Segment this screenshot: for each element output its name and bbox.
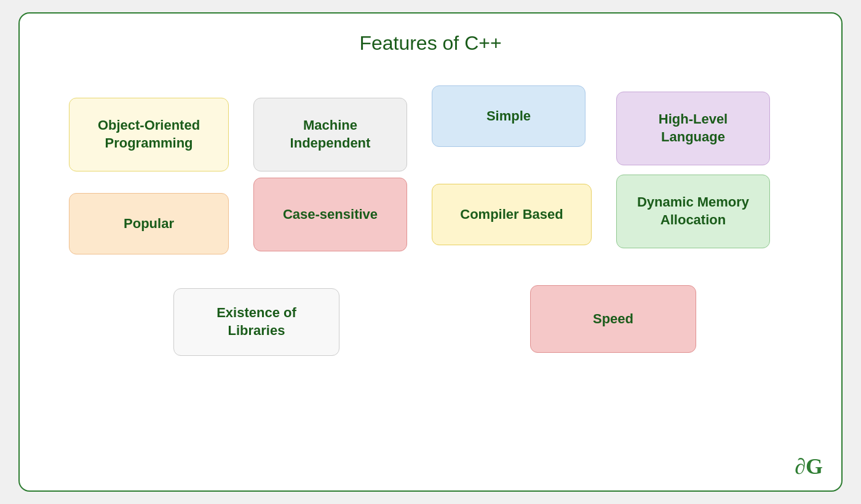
feature-simple: Simple <box>432 85 585 147</box>
feature-popular: Popular <box>69 193 229 254</box>
page-title: Features of C++ <box>50 32 811 55</box>
logo: ∂G <box>795 454 823 479</box>
features-grid: Object-Oriented ProgrammingMachine Indep… <box>50 79 811 460</box>
main-card: Features of C++ Object-Oriented Programm… <box>18 12 843 492</box>
feature-speed: Speed <box>530 285 696 353</box>
feature-highlevel: High-Level Language <box>616 92 770 165</box>
feature-casesensitive: Case-sensitive <box>253 178 407 251</box>
feature-machine: Machine Independent <box>253 98 407 171</box>
feature-oop: Object-Oriented Programming <box>69 98 229 171</box>
feature-compiler: Compiler Based <box>432 184 592 245</box>
feature-libraries: Existence of Libraries <box>173 288 339 356</box>
feature-dynamic: Dynamic Memory Allocation <box>616 175 770 248</box>
